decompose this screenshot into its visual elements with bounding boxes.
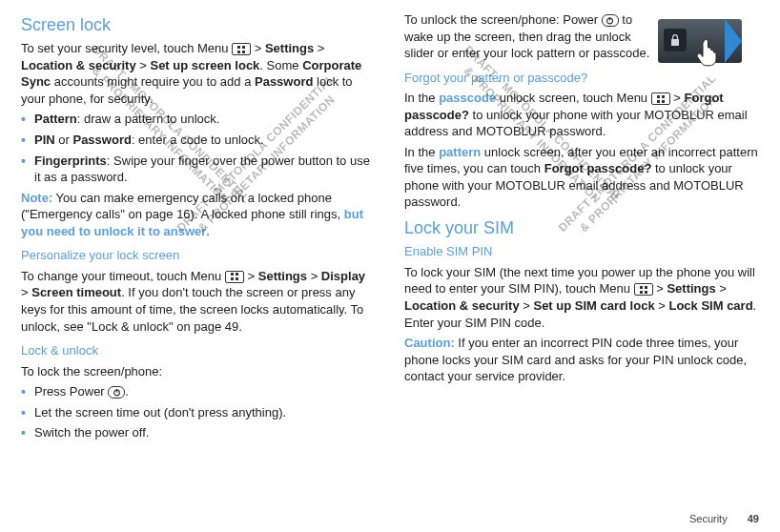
page-footer: Security 49	[689, 512, 759, 526]
pattern-label: pattern	[439, 145, 481, 159]
text: or	[55, 133, 73, 147]
power-icon	[602, 14, 619, 27]
lock-sim-card-label: Lock SIM card	[668, 298, 752, 313]
heading-forgot: Forgot your pattern or passcode?	[404, 70, 759, 87]
power-icon	[108, 386, 125, 399]
lock-intro: To lock the screen/phone:	[21, 363, 376, 380]
screen-timeout-label: Screen timeout	[31, 285, 121, 299]
forgot-passcode-label: Forgot passcode?	[544, 161, 652, 175]
text: >	[307, 269, 321, 283]
display-label: Display	[321, 269, 365, 283]
text: Press Power	[34, 384, 108, 399]
list-item: Switch the power off.	[21, 424, 376, 441]
list-item: Fingerprints: Swipe your finger over the…	[21, 153, 376, 186]
note-paragraph: Note: You can make emergency calls on a …	[21, 190, 376, 240]
lock-icon	[664, 29, 687, 51]
heading-lock-unlock: Lock & unlock	[21, 342, 376, 359]
text: >	[520, 298, 534, 313]
text: In the	[404, 91, 439, 105]
setup-screen-lock-label: Set up screen lock	[150, 58, 259, 72]
page-number: 49	[748, 513, 759, 524]
forgot-pattern-paragraph: In the pattern unlock screen, after you …	[404, 144, 759, 211]
list-item: Pattern: draw a pattern to unlock.	[21, 111, 376, 128]
pattern-label: Pattern	[34, 112, 77, 126]
settings-label: Settings	[667, 281, 715, 296]
text: >	[653, 281, 667, 296]
text: .	[206, 224, 210, 238]
settings-label: Settings	[265, 41, 314, 55]
text: To unlock the screen/phone: Power	[404, 12, 602, 27]
text: >	[21, 285, 31, 299]
text: >	[670, 91, 685, 105]
passcode-label: passcode	[439, 91, 496, 105]
settings-label: Settings	[258, 269, 307, 283]
menu-icon	[232, 43, 251, 55]
text: >	[244, 269, 258, 283]
text: >	[314, 41, 324, 55]
list-item: PIN or Password: enter a code to unlock.	[21, 132, 376, 149]
location-security-label: Location & security	[21, 58, 136, 72]
text: . Some	[259, 58, 302, 72]
password-label: Password	[255, 74, 313, 89]
forgot-passcode-paragraph: In the passcode unlock screen, touch Men…	[404, 90, 759, 140]
text: >	[136, 58, 151, 72]
menu-icon	[651, 92, 670, 105]
sim-paragraph: To lock your SIM (the next time you powe…	[404, 264, 759, 331]
text: unlock screen, touch Menu	[496, 91, 651, 105]
hand-pointer-icon	[690, 32, 725, 67]
heading-lock-sim: Lock your SIM	[404, 216, 759, 239]
lock-options-list: Pattern: draw a pattern to unlock. PIN o…	[21, 111, 376, 185]
text: >	[655, 298, 669, 313]
text: >	[716, 281, 727, 296]
caution-label: Caution:	[404, 336, 455, 350]
fingerprints-label: Fingerprints	[34, 153, 107, 168]
arrow-icon	[725, 19, 742, 63]
footer-section: Security	[689, 513, 728, 524]
text: >	[251, 41, 265, 55]
lock-steps-list: Press Power . Let the screen time out (d…	[21, 383, 376, 441]
list-item: Press Power .	[21, 383, 376, 400]
text: accounts might require you to add a	[51, 74, 255, 89]
text: : draw a pattern to unlock.	[77, 112, 220, 126]
text: To set your security level, touch Menu	[21, 41, 232, 55]
heading-personalize: Personalize your lock screen	[21, 247, 376, 264]
text: : enter a code to unlock.	[132, 133, 264, 147]
note-label: Note:	[21, 191, 52, 205]
text: To change your timeout, touch Menu	[21, 269, 225, 283]
text: If you enter an incorrect PIN code three…	[404, 336, 747, 383]
setup-sim-lock-label: Set up SIM card lock	[533, 298, 654, 313]
heading-enable-sim-pin: Enable SIM PIN	[404, 243, 759, 260]
list-item: Let the screen time out (don't press any…	[21, 404, 376, 421]
text: In the	[404, 145, 439, 159]
text: You can make emergency calls on a locked…	[21, 191, 344, 222]
location-security-label: Location & security	[404, 298, 520, 313]
pin-label: PIN	[34, 133, 55, 147]
unlock-illustration	[658, 19, 742, 63]
heading-screen-lock: Screen lock	[21, 13, 376, 36]
screen-lock-intro: To set your security level, touch Menu >…	[21, 40, 376, 107]
password-label: Password	[72, 133, 131, 147]
text: .	[125, 384, 129, 399]
caution-paragraph: Caution: If you enter an incorrect PIN c…	[404, 335, 759, 385]
menu-icon	[634, 283, 653, 296]
menu-icon	[225, 271, 244, 283]
personalize-paragraph: To change your timeout, touch Menu > Set…	[21, 268, 376, 335]
